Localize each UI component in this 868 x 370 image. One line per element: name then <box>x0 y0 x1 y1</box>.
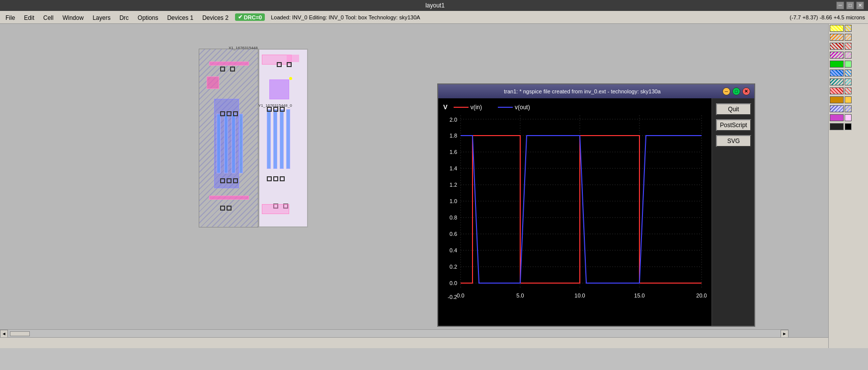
menu-window[interactable]: Window <box>58 12 88 23</box>
layer-swatch-7a[interactable] <box>830 78 844 85</box>
coord-label-1: X1_1676315448 <box>229 46 258 50</box>
plot-minimize-button[interactable]: ─ <box>722 87 730 95</box>
postscript-button[interactable]: PostScript <box>716 119 751 131</box>
drc-check-icon: ✔ <box>238 14 242 20</box>
svg-text:0.8: 0.8 <box>450 215 457 221</box>
svg-text:-0.2: -0.2 <box>448 294 457 300</box>
plot-maximize-button[interactable]: □ <box>732 87 740 95</box>
svg-text:1.8: 1.8 <box>450 133 457 139</box>
scroll-thumb[interactable] <box>10 331 30 336</box>
menu-file[interactable]: File <box>1 12 19 23</box>
svg-text:1.6: 1.6 <box>450 149 457 155</box>
layer-swatch-8a[interactable] <box>830 87 844 94</box>
layer-swatch-3a[interactable] <box>830 43 844 50</box>
layer-swatch-9b[interactable] <box>845 96 852 103</box>
window-title: layout1 <box>34 0 836 11</box>
layer-row-5 <box>830 60 867 68</box>
y-axis-label: V <box>443 103 448 111</box>
right-panel <box>828 24 868 348</box>
layer-row-6 <box>830 69 867 77</box>
plot-sidebar: Quit PostScript SVG <box>711 98 754 326</box>
layer-swatch-10a[interactable] <box>830 105 844 112</box>
horizontal-scrollbar[interactable]: ◄ ► <box>0 329 789 337</box>
menu-devices1[interactable]: Devices 1 <box>162 12 198 23</box>
maximize-button[interactable]: □ <box>846 1 854 9</box>
layer-row-1 <box>830 24 867 32</box>
chip-left-area <box>199 49 258 227</box>
chip-container: X1_1676315448 Y1_1676315448_0 <box>199 49 308 227</box>
plot-title: tran1: * ngspice file created from inv_0… <box>442 88 722 94</box>
svg-text:0.6: 0.6 <box>450 231 457 237</box>
coordinates-display: (-7.7 +8.37) -8.66 +4.5 microns <box>789 14 865 20</box>
layer-swatch-3b[interactable] <box>845 43 852 50</box>
menu-options[interactable]: Options <box>133 12 162 23</box>
plot-window: tran1: * ngspice file created from inv_0… <box>437 83 755 327</box>
svg-text:1.4: 1.4 <box>450 165 457 171</box>
layer-row-12 <box>830 123 867 131</box>
title-bar: layout1 ─ □ ✕ <box>0 0 868 11</box>
menu-edit[interactable]: Edit <box>19 12 39 23</box>
svg-text:1.2: 1.2 <box>450 182 457 188</box>
layer-swatch-10b[interactable] <box>845 105 852 112</box>
menu-bar: File Edit Cell Window Layers Drc Options… <box>0 11 868 24</box>
layout-canvas[interactable]: X1_1676315448 Y1_1676315448_0 ◄ ► tran1:… <box>0 24 828 348</box>
layer-swatch-1b[interactable] <box>845 25 852 32</box>
layer-row-9 <box>830 96 867 104</box>
layer-swatch-12b[interactable] <box>845 123 852 130</box>
close-button[interactable]: ✕ <box>856 1 864 9</box>
layer-swatch-5a[interactable] <box>830 61 844 68</box>
v-out-label: v(out) <box>515 104 530 111</box>
layer-swatch-9a[interactable] <box>830 96 844 103</box>
menu-drc[interactable]: Drc <box>115 12 133 23</box>
scroll-right-arrow[interactable]: ► <box>781 330 789 338</box>
layer-row-7 <box>830 78 867 86</box>
layer-swatch-6a[interactable] <box>830 70 844 76</box>
svg-text:2.0: 2.0 <box>450 117 457 123</box>
coord-label-2: Y1_1676315448_0 <box>258 103 292 108</box>
quit-button[interactable]: Quit <box>716 103 751 115</box>
layer-swatch-2a[interactable] <box>830 34 844 41</box>
scroll-left-arrow[interactable]: ◄ <box>0 330 8 338</box>
menu-layers[interactable]: Layers <box>88 12 115 23</box>
layer-row-10 <box>830 105 867 113</box>
waveform-graph: 2.0 1.8 1.6 1.4 1.2 1.0 0.8 0.6 0.4 0.2 … <box>443 113 707 301</box>
layer-swatch-11a[interactable] <box>830 114 844 121</box>
window-controls: ─ □ ✕ <box>836 1 864 9</box>
menu-devices2[interactable]: Devices 2 <box>198 12 233 23</box>
svg-text:time: time <box>552 300 563 301</box>
layer-row-2 <box>830 33 867 41</box>
svg-button[interactable]: SVG <box>716 135 751 147</box>
chip-right-area <box>258 49 308 227</box>
layer-swatch-2b[interactable] <box>845 34 852 41</box>
svg-text:5.0: 5.0 <box>516 293 524 298</box>
layer-swatch-7b[interactable] <box>845 78 852 85</box>
plot-content: V v(in) v(out) <box>438 98 754 326</box>
layer-swatch-12a[interactable] <box>830 123 844 130</box>
layer-swatch-4a[interactable] <box>830 52 844 59</box>
plot-window-controls: ─ □ ✕ <box>722 87 750 95</box>
menu-cell[interactable]: Cell <box>39 12 58 23</box>
layer-swatch-5b[interactable] <box>845 61 852 68</box>
minimize-button[interactable]: ─ <box>836 1 844 9</box>
scroll-track[interactable] <box>9 331 780 336</box>
svg-text:15.0: 15.0 <box>634 293 644 298</box>
layer-swatch-8b[interactable] <box>845 87 852 94</box>
svg-text:0.2: 0.2 <box>450 264 457 270</box>
plot-graph-area: V v(in) v(out) <box>438 98 711 326</box>
plot-close-button[interactable]: ✕ <box>742 87 750 95</box>
v-in-label: v(in) <box>471 104 482 111</box>
svg-text:0.0: 0.0 <box>457 293 464 298</box>
layer-row-11 <box>830 114 867 122</box>
svg-text:ns: ns <box>584 300 590 301</box>
main-area: X1_1676315448 Y1_1676315448_0 ◄ ► tran1:… <box>0 24 868 348</box>
drc-badge[interactable]: ✔ DRC=0 <box>235 13 265 21</box>
layer-swatch-4b[interactable] <box>845 52 852 59</box>
status-loaded: Loaded: INV_0 Editing: INV_0 Tool: box T… <box>271 14 420 20</box>
layer-swatch-1a[interactable] <box>830 25 844 32</box>
layer-row-8 <box>830 87 867 95</box>
drc-label: DRC=0 <box>244 14 262 20</box>
bottom-status-bar <box>0 337 828 348</box>
layer-swatch-11b[interactable] <box>845 114 852 121</box>
svg-text:20.0: 20.0 <box>696 293 707 298</box>
layer-swatch-6b[interactable] <box>845 70 852 76</box>
